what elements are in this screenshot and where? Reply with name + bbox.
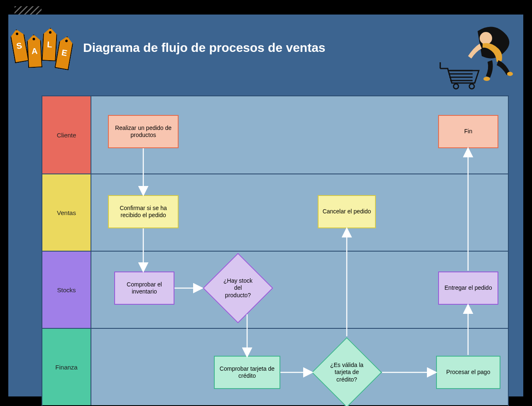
lane-cliente: Cliente Realizar un pedido de productos … <box>42 96 508 174</box>
lane-ventas: Ventas Confirmar si se ha recibido el pe… <box>42 174 508 251</box>
swimlane-container: Cliente Realizar un pedido de productos … <box>42 95 509 406</box>
shopper-cart-icon <box>436 21 515 91</box>
lane-header-finanza: Finanza <box>42 329 91 405</box>
lane-body-ventas: Confirmar si se ha recibido el pedido Ca… <box>91 174 508 251</box>
node-comprobar-inventario[interactable]: Comprobar el inventario <box>114 271 174 305</box>
svg-point-4 <box>507 72 513 76</box>
lane-stocks: Stocks Comprobar el inventario ¿Hay stoc… <box>42 251 508 328</box>
lane-body-finanza: Comprobar tarjeta de crédito ¿Es válida … <box>91 329 508 405</box>
page-corner-hatch <box>15 6 42 15</box>
node-confirmar-pedido[interactable]: Confirmar si se ha recibido el pedido <box>108 195 179 228</box>
lane-header-ventas: Ventas <box>42 174 91 251</box>
lane-body-stocks: Comprobar el inventario ¿Hay stock del p… <box>91 252 508 328</box>
node-entregar-pedido[interactable]: Entregar el pedido <box>438 271 498 305</box>
node-fin[interactable]: Fin <box>438 115 498 148</box>
lane-finanza: Finanza Comprobar tarjeta de crédito ¿Es… <box>42 328 508 405</box>
node-hay-stock[interactable]: ¿Hay stock del producto? <box>213 263 263 313</box>
diagram-title: Diagrama de flujo de procesos de ventas <box>83 41 326 55</box>
node-realizar-pedido[interactable]: Realizar un pedido de productos <box>108 115 179 148</box>
node-tarjeta-valida-label: ¿Es válida la tarjeta de crédito? <box>322 347 372 397</box>
diagram-canvas: S A L E Diagrama de flujo de procesos de… <box>8 15 523 396</box>
sale-tag: S <box>9 28 29 64</box>
sale-tag: L <box>42 27 57 61</box>
sale-tag: A <box>27 34 42 68</box>
svg-point-2 <box>480 32 492 44</box>
sale-tags-icon: S A L E <box>12 15 71 69</box>
node-procesar-pago[interactable]: Procesar el pago <box>436 356 500 389</box>
node-comprobar-tarjeta[interactable]: Comprobar tarjeta de crédito <box>214 356 280 389</box>
svg-point-0 <box>454 84 458 89</box>
node-cancelar-pedido[interactable]: Cancelar el pedido <box>318 195 376 228</box>
lane-body-cliente: Realizar un pedido de productos Fin <box>91 96 508 174</box>
lane-header-stocks: Stocks <box>42 252 91 328</box>
node-hay-stock-label: ¿Hay stock del producto? <box>213 263 263 313</box>
svg-point-1 <box>469 84 474 89</box>
node-tarjeta-valida[interactable]: ¿Es válida la tarjeta de crédito? <box>322 347 372 397</box>
lane-header-cliente: Cliente <box>42 96 91 174</box>
diagram-header: S A L E Diagrama de flujo de procesos de… <box>8 15 523 81</box>
svg-point-3 <box>483 77 490 81</box>
sale-tag: E <box>54 35 74 71</box>
